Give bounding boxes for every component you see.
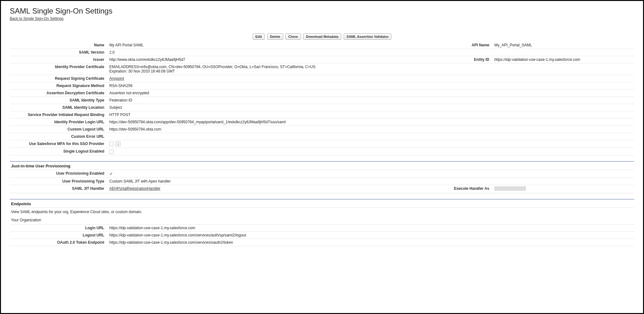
section-jit-provisioning: Just-in-time User Provisioning <box>10 161 634 170</box>
page-title: SAML Single Sign-On Settings <box>10 7 634 15</box>
value-logout-url: https://idp-validation-use-case-1.my.sal… <box>107 231 634 239</box>
back-link[interactable]: Back to Single Sign-On Settings <box>10 16 64 21</box>
idp-cert-line2: Expiration: 30 Nov 2033 18:46:08 GMT <box>109 69 175 73</box>
label-saml-jit-handler: SAML JIT Handler <box>10 185 107 193</box>
value-login-url: https://idp-validation-use-case-1.my.sal… <box>107 224 634 232</box>
value-api-name: My_API_Portal_SAML <box>492 42 634 49</box>
redacted-handler-user <box>494 186 526 191</box>
label-slo-enabled: Single Logout Enabled <box>10 148 107 155</box>
label-saml-version: SAML Version <box>10 49 107 56</box>
value-assert-decrypt-cert: Assertion not encrypted <box>107 90 634 97</box>
value-req-sign-cert[interactable]: Anypoint <box>109 76 124 81</box>
value-custom-logout-url: https://dev-50950784.okta.com <box>107 126 634 133</box>
value-sp-binding: HTTP POST <box>107 111 634 119</box>
saml-assertion-validator-button[interactable]: SAML Assertion Validator <box>344 33 392 40</box>
edit-button[interactable]: Edit <box>253 33 265 40</box>
label-execute-handler-as: Execute Handler As <box>442 185 492 193</box>
label-idp-cert: Identity Provider Certificate <box>10 63 107 75</box>
your-organization-heading: Your Organization <box>10 216 634 224</box>
label-api-name: API Name <box>442 42 492 49</box>
value-saml-version: 2.0 <box>107 49 634 56</box>
label-use-mfa: Use Salesforce MFA for this SSO Provider <box>10 140 107 148</box>
value-custom-error-url <box>107 133 634 140</box>
endpoints-description: View SAML endpoints for your org, Experi… <box>10 208 634 216</box>
value-entity-id: https://idp-validation-use-case-1.my.sal… <box>492 56 634 63</box>
value-name: My API Portal SAML <box>107 42 442 49</box>
label-req-sig-method: Request Signature Method <box>10 82 107 90</box>
idp-cert-line1: EMAILADDRESS=info@okta.com, CN=dev-50950… <box>109 65 315 69</box>
label-saml-identity-type: SAML Identity Type <box>10 97 107 104</box>
value-user-prov-type: Custom SAML JIT with Apex handler <box>107 177 634 185</box>
value-req-sig-method: RSA-SHA256 <box>107 82 634 90</box>
download-metadata-button[interactable]: Download Metadata <box>303 33 341 40</box>
label-logout-url: Logout URL <box>10 231 107 239</box>
label-req-sign-cert: Request Signing Certificate <box>10 75 107 82</box>
label-issuer: Issuer <box>10 56 107 63</box>
info-icon[interactable]: i <box>116 142 120 146</box>
label-oauth-token-endpoint: OAuth 2.0 Token Endpoint <box>10 239 107 246</box>
value-oauth-token-endpoint: https://idp-validation-use-case-1.my.sal… <box>107 239 634 246</box>
value-saml-jit-handler[interactable]: AEHPortalRegistrationHandler <box>109 186 160 191</box>
label-custom-error-url: Custom Error URL <box>10 133 107 140</box>
section-endpoints: Endpoints <box>10 199 634 208</box>
label-sp-binding: Service Provider Initiated Request Bindi… <box>10 111 107 119</box>
label-login-url: Login URL <box>10 224 107 232</box>
label-saml-identity-location: SAML Identity Location <box>10 104 107 111</box>
label-name: Name <box>10 42 107 49</box>
endpoints-table: Login URL https://idp-validation-use-cas… <box>10 224 634 246</box>
mfa-checkbox <box>109 142 113 146</box>
label-assert-decrypt-cert: Assertion Decryption Certificate <box>10 90 107 97</box>
delete-button[interactable]: Delete <box>267 33 283 40</box>
clone-button[interactable]: Clone <box>285 33 301 40</box>
value-issuer: http://www.okta.com/exkdkcz2y8JMaa9jH5d7 <box>107 56 442 63</box>
label-entity-id: Entity ID <box>442 56 492 63</box>
settings-table: Name My API Portal SAML API Name My_API_… <box>10 42 634 155</box>
value-saml-identity-location: Subject <box>107 104 634 111</box>
jit-table: User Provisioning Enabled ✓ User Provisi… <box>10 170 634 193</box>
label-user-prov-type: User Provisioning Type <box>10 177 107 185</box>
label-idp-login-url: Identity Provider Login URL <box>10 119 107 126</box>
value-saml-identity-type: Federation ID <box>107 97 634 104</box>
value-idp-cert: EMAILADDRESS=info@okta.com, CN=dev-50950… <box>107 63 634 75</box>
button-row: Edit Delete Clone Download Metadata SAML… <box>10 33 634 40</box>
label-user-prov-enabled: User Provisioning Enabled <box>10 170 107 178</box>
slo-checkbox <box>109 150 113 154</box>
label-custom-logout-url: Custom Logout URL <box>10 126 107 133</box>
check-icon: ✓ <box>109 171 113 176</box>
value-idp-login-url: https://dev-50950784.okta.com/app/dev-50… <box>107 119 634 126</box>
